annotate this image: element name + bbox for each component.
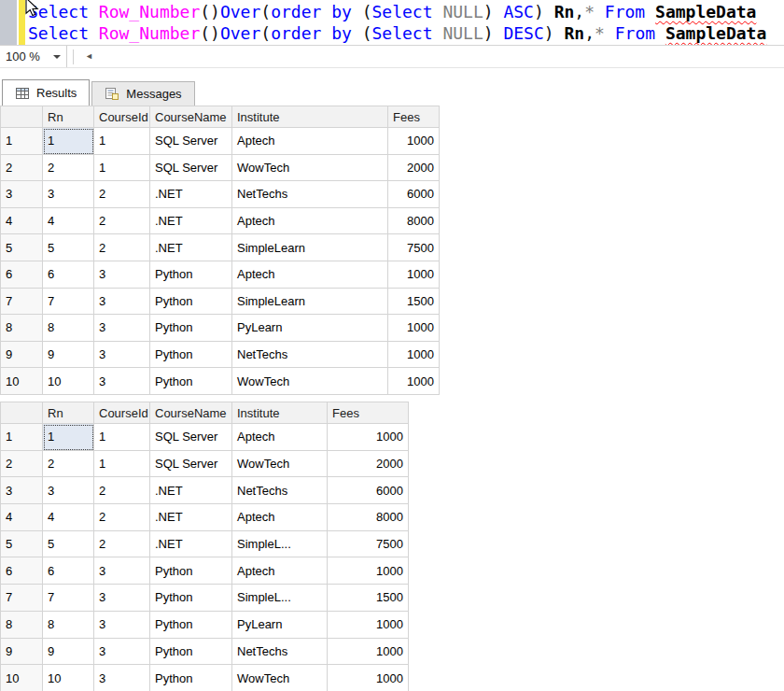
grid-cell[interactable]: 2 [43,155,94,182]
column-header-institute[interactable]: Institute [232,106,388,128]
grid-cell[interactable]: 6 [43,557,94,585]
row-header-cell[interactable]: 9 [1,342,43,369]
grid-cell[interactable]: 3 [94,315,150,342]
grid-cell[interactable]: 8 [43,315,94,342]
grid-cell[interactable]: 1 [43,128,94,155]
grid-cell[interactable]: 10 [43,665,94,691]
grid-cell[interactable]: 3 [94,342,150,369]
grid-cell[interactable]: Python [150,585,232,612]
sql-code-line-2[interactable]: Select Row_Number()Over(order by (Select… [28,22,766,44]
grid-cell[interactable]: 5 [43,234,94,261]
row-header-cell[interactable]: 8 [1,612,43,639]
grid-cell[interactable]: 4 [43,504,94,531]
grid-cell[interactable]: 2 [94,504,150,531]
grid-cell[interactable]: PyLearn [232,612,328,639]
grid-cell[interactable]: 1500 [328,585,409,612]
grid-cell[interactable]: .NET [150,504,232,531]
grid-cell[interactable]: 6 [43,261,94,289]
grid-cell[interactable]: Python [150,261,232,289]
grid-cell[interactable]: 7 [43,289,94,316]
grid-cell[interactable]: WowTech [232,665,328,691]
grid-cell[interactable]: 1000 [328,557,409,585]
grid-cell[interactable]: WowTech [232,368,388,395]
row-header-cell[interactable]: 10 [1,368,43,395]
scroll-left-arrow-icon[interactable]: ◄ [85,52,93,61]
column-header-fees[interactable]: Fees [328,402,409,424]
grid-cell[interactable]: 2 [94,234,150,261]
grid-cell[interactable]: 2 [94,477,150,504]
column-header-courseid[interactable]: CourseId [94,402,150,424]
grid-cell[interactable]: NetTechs [232,342,388,369]
grid-cell[interactable]: 1500 [388,289,440,316]
column-header-coursename[interactable]: CourseName [150,106,232,128]
grid-cell[interactable]: .NET [150,181,232,208]
row-header-cell[interactable]: 6 [1,261,43,289]
grid-cell[interactable]: Aptech [232,557,328,585]
grid-cell[interactable]: .NET [150,234,232,261]
grid-cell[interactable]: 9 [43,342,94,369]
grid-cell[interactable]: 7500 [388,234,440,261]
grid-cell[interactable]: PyLearn [232,315,388,342]
sql-code-line-1[interactable]: Select Row_Number()Over(order by (Select… [28,1,766,22]
grid-cell[interactable]: 1 [43,424,94,451]
grid-cell[interactable]: SQL Server [150,128,232,155]
grid-cell[interactable]: 2000 [388,155,440,182]
grid-cell[interactable]: NetTechs [232,639,328,666]
grid-cell[interactable]: 1 [94,451,150,478]
column-header-rn[interactable]: Rn [43,402,94,424]
grid-cell[interactable]: SimpleLearn [232,234,388,261]
grid-cell[interactable]: 3 [94,368,150,395]
grid-cell[interactable]: Python [150,368,232,395]
grid-cell[interactable]: 2000 [328,451,409,478]
row-header-cell[interactable]: 1 [1,424,43,451]
grid-cell[interactable]: 8 [43,612,94,639]
row-header-cell[interactable]: 5 [1,531,43,558]
row-header-cell[interactable]: 4 [1,208,43,235]
zoom-level-select[interactable]: 100 % [0,46,67,67]
grid-cell[interactable]: Aptech [232,424,328,451]
column-header-coursename[interactable]: CourseName [150,402,232,424]
grid-cell[interactable]: 2 [94,208,150,235]
row-header-cell[interactable]: 10 [1,665,43,691]
grid-cell[interactable]: 3 [94,289,150,316]
row-header-cell[interactable]: 2 [1,451,43,478]
row-header-cell[interactable]: 7 [1,289,43,316]
row-header-cell[interactable]: 1 [1,128,43,155]
grid-cell[interactable]: 1000 [388,315,440,342]
grid-cell[interactable]: 1000 [388,128,440,155]
grid-cell[interactable]: .NET [150,531,232,558]
grid-cell[interactable]: 3 [94,639,150,666]
grid-cell[interactable]: SimpleL... [232,585,328,612]
grid-cell[interactable]: 6000 [328,477,409,504]
row-header-cell[interactable]: 3 [1,181,43,208]
grid-cell[interactable]: 1000 [388,342,440,369]
corner-header-cell[interactable] [1,106,43,128]
grid-cell[interactable]: 1000 [328,612,409,639]
grid-cell[interactable]: 1000 [328,639,409,666]
grid-cell[interactable]: Aptech [232,261,388,289]
grid-cell[interactable]: 1000 [328,665,409,691]
grid-cell[interactable]: Python [150,639,232,666]
column-header-institute[interactable]: Institute [232,402,328,424]
grid-cell[interactable]: 3 [94,557,150,585]
grid-cell[interactable]: Python [150,557,232,585]
grid-cell[interactable]: 7500 [328,531,409,558]
grid-cell[interactable]: SQL Server [150,451,232,478]
grid-cell[interactable]: .NET [150,477,232,504]
column-header-courseid[interactable]: CourseId [94,106,150,128]
row-header-cell[interactable]: 3 [1,477,43,504]
grid-cell[interactable]: 8000 [388,208,440,235]
row-header-cell[interactable]: 4 [1,504,43,531]
editor-hscrollbar[interactable]: ◄ [74,46,784,67]
grid-cell[interactable]: .NET [150,208,232,235]
grid-cell[interactable]: Aptech [232,128,388,155]
grid-cell[interactable]: SimpleLearn [232,289,388,316]
grid-cell[interactable]: 3 [94,612,150,639]
grid-cell[interactable]: 3 [43,181,94,208]
grid-cell[interactable]: 1000 [328,424,409,451]
grid-cell[interactable]: 1000 [388,261,440,289]
row-header-cell[interactable]: 2 [1,155,43,182]
grid-cell[interactable]: 9 [43,639,94,666]
grid-cell[interactable]: Python [150,665,232,691]
grid-cell[interactable]: Aptech [232,208,388,235]
